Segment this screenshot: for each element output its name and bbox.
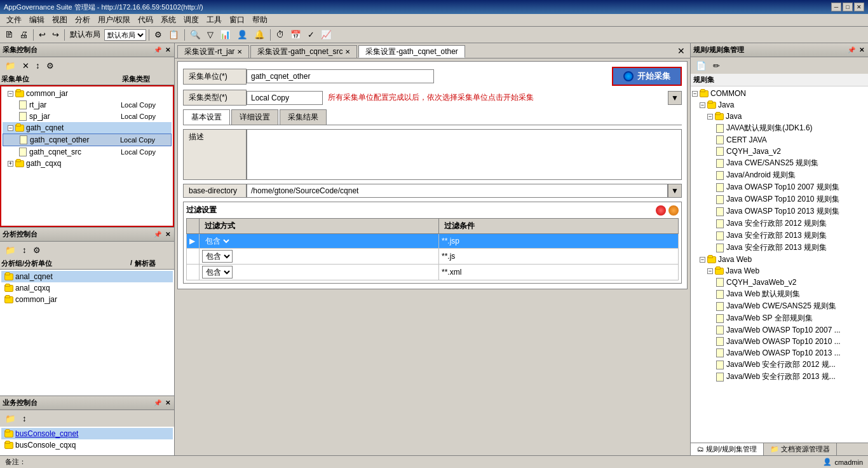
tree-item-bus-cqxq[interactable]: busConsole_cqxq <box>1 439 173 451</box>
rules-item-javaweb-cwesans[interactable]: Java/Web CWE/SANS25 规则集 <box>692 300 867 312</box>
toolbar-chart[interactable]: 📊 <box>217 28 233 42</box>
business-sort-btn[interactable]: ↕ <box>20 411 29 425</box>
toolbar-redo[interactable]: ↪ <box>50 28 62 42</box>
inner-tab-basic[interactable]: 基本设置 <box>183 109 230 125</box>
expand-common-jar[interactable]: − <box>8 91 13 97</box>
right-tab-rules[interactable]: 🗂 规则/规则集管理 <box>691 443 764 455</box>
filter-row-3[interactable]: 包含 排除 **.xml <box>187 265 679 280</box>
inner-tab-result[interactable]: 采集结果 <box>280 109 327 125</box>
rules-item-cqyh-javaweb[interactable]: CQYH_JavaWeb_v2 <box>692 277 867 288</box>
rules-item-javaweb-safe2013[interactable]: Java/Web 安全行政部 2013 规... <box>692 371 867 383</box>
rules-item-java-safe2013b[interactable]: Java 安全行政部 2013 规则集 <box>692 242 867 254</box>
filter-method-select-3[interactable]: 包含 排除 <box>202 266 233 279</box>
tab-rt-jar[interactable]: 采集设置-rt_jar ✕ <box>177 45 249 58</box>
rules-item-common[interactable]: − COMMON <box>692 88 867 99</box>
analysis-config-btn[interactable]: ⚙ <box>31 243 43 257</box>
tree-item-rt-jar[interactable]: rt_jar Local Copy <box>3 99 172 111</box>
rules-item-java-owasp2010[interactable]: Java OWASP Top10 2010 规则集 <box>692 193 867 205</box>
menu-schedule[interactable]: 调度 <box>180 13 203 27</box>
toolbar-stats[interactable]: 📈 <box>318 28 334 42</box>
rules-item-cqyh-java[interactable]: CQYH_Java_v2 <box>692 146 867 157</box>
maximize-button[interactable]: □ <box>843 3 853 11</box>
menu-system[interactable]: 系统 <box>157 13 180 27</box>
filter-row-2[interactable]: 包含 排除 **.js <box>187 249 679 265</box>
collect-console-close[interactable]: ✕ <box>164 46 172 53</box>
rules-item-java-android[interactable]: Java/Android 规则集 <box>692 169 867 181</box>
rules-add-btn[interactable]: 📄 <box>693 59 709 72</box>
menu-help[interactable]: 帮助 <box>248 13 271 27</box>
toolbar-copy[interactable]: 📋 <box>166 28 182 42</box>
expand-common[interactable]: − <box>692 91 698 97</box>
toolbar-notify[interactable]: 🔔 <box>252 28 268 42</box>
menu-analyze[interactable]: 分析 <box>71 13 94 27</box>
tree-item-anal-cqxq[interactable]: anal_cqxq <box>1 282 173 294</box>
rules-item-java[interactable]: − Java <box>692 99 867 111</box>
filter-method-select-1[interactable]: 包含 排除 <box>202 235 231 247</box>
filter-row3-method[interactable]: 包含 排除 <box>200 265 439 280</box>
expand-gath-cqxq[interactable]: + <box>8 161 13 167</box>
rules-item-java-owasp2013[interactable]: Java OWASP Top10 2013 规则集 <box>692 205 867 217</box>
rules-item-javaweb[interactable]: − Java Web <box>692 254 867 265</box>
menu-edit[interactable]: 编辑 <box>25 13 48 27</box>
toolbar-layout-select[interactable]: 默认布局 <box>104 29 146 41</box>
expand-java[interactable]: − <box>700 102 705 108</box>
rules-item-java-default[interactable]: JAVA默认规则集(JDK1.6) <box>692 122 867 134</box>
rules-item-java-safe2013a[interactable]: Java 安全行政部 2013 规则集 <box>692 230 867 242</box>
menu-user[interactable]: 用户/权限 <box>94 13 134 27</box>
tab-gath-src-close[interactable]: ✕ <box>345 48 350 55</box>
tree-item-anal-cqnet[interactable]: anal_cqnet <box>1 271 173 282</box>
tree-item-gath-cqxq[interactable]: + gath_cqxq <box>3 158 172 169</box>
expand-java-inner[interactable]: − <box>707 114 713 120</box>
tree-item-sp-jar[interactable]: sp_jar Local Copy <box>3 111 172 122</box>
filter-method-select-2[interactable]: 包含 排除 <box>202 250 233 263</box>
filter-row-1[interactable]: ▶ 包含 排除 **.jsp <box>187 234 679 249</box>
tab-rt-jar-close[interactable]: ✕ <box>237 48 242 55</box>
toolbar-filter[interactable]: ▽ <box>205 28 216 42</box>
toolbar-timer[interactable]: ⏱ <box>273 28 287 42</box>
rules-item-java-inner[interactable]: − Java <box>692 111 867 122</box>
collect-config-btn[interactable]: ⚙ <box>44 59 57 72</box>
filter-btn-orange[interactable] <box>668 205 679 216</box>
rules-item-javaweb-owasp2013[interactable]: Java/Web OWASP Top10 2013 ... <box>692 347 867 359</box>
rules-item-java-safe2012[interactable]: Java 安全行政部 2012 规则集 <box>692 217 867 230</box>
tab-panel-close[interactable]: ✕ <box>675 46 688 56</box>
close-button[interactable]: ✕ <box>854 3 864 11</box>
toolbar-print[interactable]: 🖨 <box>17 28 31 42</box>
menu-tools[interactable]: 工具 <box>203 13 226 27</box>
collect-console-pin[interactable]: 📌 <box>153 46 163 53</box>
tree-item-gath-cqnet-other[interactable]: gath_cqnet_other Local Copy <box>3 134 172 146</box>
menu-window[interactable]: 窗口 <box>226 13 248 27</box>
menu-file[interactable]: 文件 <box>3 13 25 27</box>
rules-pin-btn[interactable]: 📌 <box>846 46 857 53</box>
rules-edit-btn[interactable]: ✏ <box>710 59 722 72</box>
business-console-pin[interactable]: 📌 <box>153 399 163 406</box>
analysis-sort-btn[interactable]: ↕ <box>20 243 29 257</box>
rules-item-java-owasp2007[interactable]: Java OWASP Top10 2007 规则集 <box>692 181 867 193</box>
tree-item-gath-cqnet-src[interactable]: gath_cqnet_src Local Copy <box>3 146 172 158</box>
rules-item-javaweb-sp[interactable]: Java/Web SP 全部规则集 <box>692 312 867 324</box>
collect-refresh-btn[interactable]: ↕ <box>33 59 43 72</box>
collect-remove-btn[interactable]: ✕ <box>20 59 32 72</box>
analysis-console-pin[interactable]: 📌 <box>153 231 163 238</box>
tab-gath-src[interactable]: 采集设置-gath_cqnet_src ✕ <box>250 45 357 58</box>
menu-view[interactable]: 视图 <box>48 13 71 27</box>
expand-javaweb-inner[interactable]: − <box>707 268 713 274</box>
toolbar-undo[interactable]: ↩ <box>36 28 48 42</box>
start-collect-btn[interactable]: 开始采集 <box>612 67 682 86</box>
rules-item-java-cwesans[interactable]: Java CWE/SANS25 规则集 <box>692 157 867 169</box>
rules-item-cert-java[interactable]: CERT JAVA <box>692 134 867 146</box>
rules-item-javaweb-owasp2007[interactable]: Java/Web OWASP Top10 2007 ... <box>692 324 867 336</box>
tree-item-bus-cqnet[interactable]: busConsole_cqnet <box>1 428 173 439</box>
expand-javaweb[interactable]: − <box>700 257 705 263</box>
dir-dropdown-btn[interactable]: ▼ <box>668 184 682 198</box>
minimize-button[interactable]: ─ <box>831 3 841 11</box>
tree-item-gath-cqnet[interactable]: − gath_cqnet <box>3 122 172 134</box>
rules-item-javaweb-inner[interactable]: − Java Web <box>692 265 867 277</box>
filter-row1-method[interactable]: 包含 排除 <box>200 234 439 249</box>
toolbar-check[interactable]: ✓ <box>305 28 317 42</box>
tree-item-common-jar2[interactable]: common_jar <box>1 294 173 305</box>
right-tab-docs[interactable]: 📁 文档资源管理器 <box>764 443 837 455</box>
toolbar-calendar[interactable]: 📅 <box>288 28 304 42</box>
analysis-add-btn[interactable]: 📁 <box>3 243 18 257</box>
analysis-console-close[interactable]: ✕ <box>164 231 172 238</box>
